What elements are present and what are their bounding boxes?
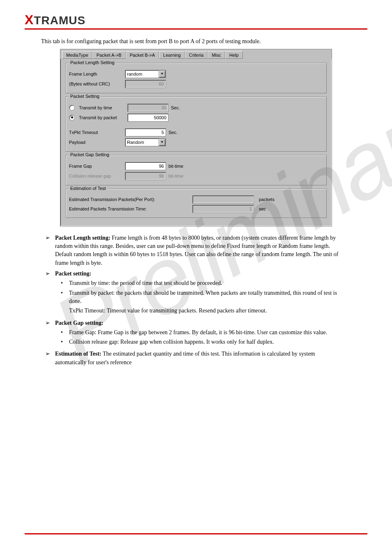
dot-bullet-icon: • xyxy=(61,279,69,287)
desc3-sub1: Frame Gap: Frame Gap is the gap between … xyxy=(69,328,327,337)
tab-packet-ba[interactable]: Packet B->A xyxy=(126,51,159,59)
frame-gap-value[interactable]: 96 xyxy=(125,162,166,170)
group-packet-length-legend: Packet Length Setting xyxy=(69,60,116,65)
dot-bullet-icon: • xyxy=(61,328,69,337)
desc2-sub2: Transmit by packet: the packets that sho… xyxy=(69,289,347,306)
tab-mediatype[interactable]: MediaType xyxy=(62,51,92,59)
arrow-bullet-icon: ➢ xyxy=(45,350,55,367)
logo-text: TRAMUS xyxy=(34,14,85,27)
est-time-label: Estimated Packets Transmission Time: xyxy=(69,206,192,211)
tab-misc[interactable]: Misc xyxy=(208,51,225,59)
desc-item-4: ➢ Estimation of Test: The estimated pack… xyxy=(45,350,347,367)
est-time-unit: sec xyxy=(259,206,266,211)
desc2-sub1: Transmit by time: the period of time tha… xyxy=(69,279,222,287)
transmit-time-value: 30 xyxy=(127,104,168,112)
est-packets-unit: packets xyxy=(259,197,274,202)
txpkt-timeout-value[interactable]: 5 xyxy=(125,128,166,136)
divider-bottom xyxy=(25,533,367,534)
desc1-title: Packet Length setting: xyxy=(55,235,111,241)
tab-help[interactable]: Help xyxy=(225,51,243,59)
group-packet-gap: Packet Gap Setting Frame Gap 96 bit-time… xyxy=(65,155,327,185)
dot-bullet-icon: • xyxy=(61,289,69,306)
desc3-sub2: Collision release gap: Release gap when … xyxy=(69,338,274,346)
transmit-time-label: Transmit by time xyxy=(79,105,125,110)
arrow-bullet-icon: ➢ xyxy=(45,270,55,316)
radio-transmit-packet[interactable] xyxy=(69,115,75,120)
transmit-time-unit: Sec. xyxy=(171,105,180,110)
chevron-down-icon: ▼ xyxy=(159,70,166,78)
est-packets-label: Estimated Transmission Packets(Per Port)… xyxy=(69,197,192,202)
arrow-bullet-icon: ➢ xyxy=(45,234,55,267)
desc-item-2: ➢ Packet setting: • Transmit by time: th… xyxy=(45,270,347,316)
logo-x: X xyxy=(25,12,34,27)
tab-bar: MediaType Packet A->B Packet B->A Learni… xyxy=(60,49,332,59)
group-packet-setting-legend: Packet Setting xyxy=(69,94,101,99)
transmit-packet-value[interactable]: 50000 xyxy=(127,113,168,122)
tab-criteria[interactable]: Criteria xyxy=(185,51,208,59)
frame-length-label: Frame Length xyxy=(69,72,122,76)
dot-bullet-icon: • xyxy=(61,338,69,346)
txpkt-timeout-label: TxPkt Timeout xyxy=(69,130,122,135)
tab-packet-ab[interactable]: Packet A->B xyxy=(92,51,126,59)
group-estimation: Estimation of Test Estimated Transmissio… xyxy=(65,189,327,218)
collision-value: 96 xyxy=(125,172,166,180)
desc-item-1: ➢ Packet Length setting: Frame length is… xyxy=(45,234,347,267)
desc2-title: Packet setting: xyxy=(55,271,91,277)
desc2-sub3: TxPkt Timeout: Timeout value for transmi… xyxy=(69,307,267,315)
settings-dialog: MediaType Packet A->B Packet B->A Learni… xyxy=(60,49,332,227)
logo: XTRAMUS xyxy=(25,12,367,28)
arrow-bullet-icon: ➢ xyxy=(45,319,55,348)
collision-label: Collision release gap xyxy=(69,173,122,178)
group-estimation-legend: Estimation of Test xyxy=(69,186,107,191)
divider-top xyxy=(25,28,367,30)
frame-gap-label: Frame Gap xyxy=(69,164,122,169)
group-packet-setting: Packet Setting Transmit by time 30 Sec. … xyxy=(65,97,327,152)
intro-paragraph: This tab is for configuring packet that … xyxy=(41,38,351,46)
est-packets-value xyxy=(192,195,254,204)
radio-transmit-time[interactable] xyxy=(69,105,75,111)
payload-combo[interactable]: Random ▼ xyxy=(125,138,166,146)
chevron-down-icon: ▼ xyxy=(159,139,166,146)
group-packet-length: Packet Length Setting Frame Length rando… xyxy=(65,63,327,93)
transmit-packet-label: Transmit by packet xyxy=(79,115,125,120)
bytes-value: 60 xyxy=(125,80,166,88)
desc3-title: Packet Gap setting: xyxy=(55,320,103,326)
group-packet-gap-legend: Packet Gap Setting xyxy=(69,152,111,157)
frame-length-combo[interactable]: random ▼ xyxy=(125,70,166,78)
bytes-label: (Bytes without CRC) xyxy=(69,81,122,86)
desc-item-3: ➢ Packet Gap setting: • Frame Gap: Frame… xyxy=(45,319,347,348)
desc4-title: Estimation of Test: xyxy=(55,351,101,357)
description-list: ➢ Packet Length setting: Frame length is… xyxy=(45,234,347,367)
txpkt-timeout-unit: Sec. xyxy=(168,130,178,135)
est-time-value: 1 xyxy=(192,205,254,213)
payload-label: Payload xyxy=(69,140,122,145)
tab-learning[interactable]: Learning xyxy=(159,51,185,59)
frame-gap-unit: bit-time xyxy=(168,164,183,169)
collision-unit: bit-time xyxy=(168,173,183,178)
